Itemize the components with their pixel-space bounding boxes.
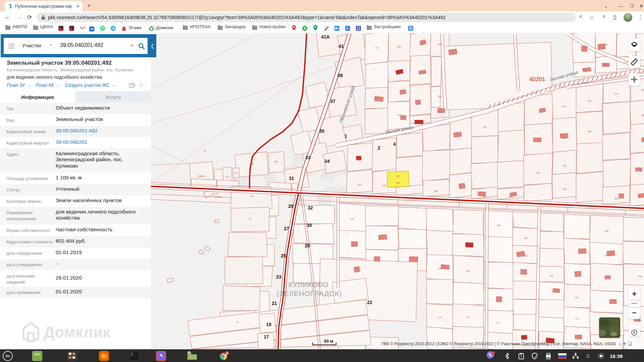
svg-text:437: 437 [625,61,628,64]
svg-text:35: 35 [319,128,324,134]
svg-text:537: 537 [588,100,592,102]
svg-text:33: 33 [305,155,311,160]
svg-text:34: 34 [324,159,330,164]
svg-text:473: 473 [467,246,470,248]
svg-text:609: 609 [615,197,619,200]
svg-text:2: 2 [189,352,190,355]
svg-text:200: 200 [274,161,278,163]
svg-text:30: 30 [307,223,312,228]
svg-text:3: 3 [226,352,228,355]
svg-text:21: 21 [272,301,277,306]
svg-text:632: 632 [397,114,401,116]
svg-text:773: 773 [575,318,579,320]
svg-text:890: 890 [563,137,567,139]
svg-text:170: 170 [641,140,644,143]
svg-text:811: 811 [575,296,579,299]
svg-text:698: 698 [605,230,609,232]
svg-text:23: 23 [276,274,281,280]
svg-text:(ЗЕЛЕНОГРАДСК): (ЗЕЛЕНОГРАДСК) [277,290,342,297]
svg-text:631: 631 [438,267,442,270]
svg-text:628: 628 [438,43,442,46]
svg-text:32: 32 [308,205,313,210]
svg-text:41: 41 [338,44,344,49]
svg-text:419: 419 [375,97,379,99]
svg-text:29: 29 [288,203,293,209]
svg-text:22: 22 [367,300,372,305]
svg-text:ПКК © Росреестр 2010-2022 | ЕЭ: ПКК © Росреестр 2010-2022 | ЕЭКО © Росре… [381,342,616,346]
svg-text:60 м: 60 м [324,339,333,344]
svg-text:307: 307 [524,255,528,257]
svg-text:498: 498 [250,163,254,165]
svg-text:39: 39 [337,73,343,78]
svg-text:19: 19 [266,322,271,327]
svg-text:449: 449 [358,159,362,162]
svg-text:41А: 41А [321,34,330,40]
svg-text:231: 231 [537,172,540,174]
svg-text:544: 544 [641,89,644,91]
svg-text:493: 493 [396,182,400,184]
svg-text:112: 112 [215,192,219,195]
svg-text:377: 377 [497,322,500,324]
svg-text:155: 155 [550,275,553,277]
svg-text:584: 584 [438,111,442,113]
svg-text:404: 404 [467,270,470,272]
svg-text:485: 485 [641,114,644,117]
svg-text:23: 23 [203,149,206,152]
svg-text:793: 793 [483,126,487,128]
svg-text:35: 35 [250,195,253,197]
svg-text:!: ! [521,354,522,358]
svg-text:413: 413 [563,105,567,108]
svg-text:244: 244 [419,43,423,45]
svg-text:422: 422 [382,184,386,187]
svg-text:40201: 40201 [529,76,545,82]
svg-text:37: 37 [330,99,335,104]
svg-text:Домклик: Домклик [44,323,111,341]
svg-text:782: 782 [563,165,567,167]
svg-text:350: 350 [588,130,592,133]
svg-text:271: 271 [226,176,229,178]
svg-text:862: 862 [435,190,438,192]
svg-text:474: 474 [605,254,609,256]
svg-text:276: 276 [604,43,608,46]
svg-text:492: 492 [396,175,400,177]
svg-text:440: 440 [483,195,487,198]
svg-text:777: 777 [351,245,354,247]
svg-text:241: 241 [638,319,642,322]
svg-text:31: 31 [289,176,294,181]
svg-text:717: 717 [582,46,586,49]
svg-text:4: 4 [393,141,396,147]
svg-text:479: 479 [438,316,442,319]
svg-text:2: 2 [378,145,380,150]
svg-text:875: 875 [509,196,513,198]
svg-text:27: 27 [284,226,289,231]
svg-text:25: 25 [281,253,286,258]
svg-text:234634: 234634 [198,175,205,177]
svg-text:17: 17 [264,334,269,340]
svg-text:G: G [346,27,348,30]
svg-text:710: 710 [375,47,379,49]
svg-text:294634: 294634 [214,196,222,198]
svg-text:609: 609 [438,95,442,98]
svg-text:736: 736 [563,188,567,190]
svg-text:КУЛИКОВО: КУЛИКОВО [288,281,329,288]
svg-text:57: 57 [236,321,239,323]
svg-text:420: 420 [351,218,354,220]
svg-text:431: 431 [524,237,528,239]
svg-text:28: 28 [305,243,310,248]
svg-text:1: 1 [344,133,347,139]
svg-text:23: 23 [249,218,251,220]
svg-text:305: 305 [582,68,586,70]
svg-text:121: 121 [467,316,470,318]
svg-text:263: 263 [358,183,362,186]
svg-text:574: 574 [615,93,619,95]
svg-text:408: 408 [638,275,642,278]
svg-text:696: 696 [397,46,401,48]
svg-text:564: 564 [604,63,608,66]
svg-text:32: 32 [234,172,237,174]
svg-text:736: 736 [497,224,500,227]
svg-text:127: 127 [524,273,528,275]
